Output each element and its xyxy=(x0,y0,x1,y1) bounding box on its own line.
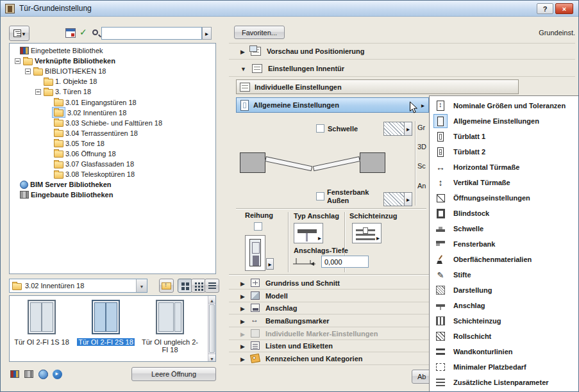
layer-inset-icon xyxy=(434,314,447,327)
bim-components-button[interactable] xyxy=(51,368,63,380)
clipped-label: Sc xyxy=(417,162,429,170)
threshold-material-arrow-button[interactable] xyxy=(405,122,412,136)
menu-item[interactable]: Stifte xyxy=(430,267,578,282)
search-go-button[interactable] xyxy=(202,27,212,40)
folder-up-button[interactable] xyxy=(159,279,174,293)
preview-section-icon xyxy=(251,47,261,56)
tree-row[interactable]: Eingebettete Bibliothek xyxy=(10,45,215,56)
green-check-icon[interactable] xyxy=(80,27,87,37)
collapse-expander-icon[interactable] xyxy=(15,58,21,64)
section-inner-door-settings[interactable]: Einstellungen Innentür xyxy=(229,60,575,77)
tree-row[interactable]: 3.07 Glasfassaden 18 xyxy=(10,159,215,169)
tree-row[interactable]: 1. Objekte 18 xyxy=(10,76,215,86)
tree-row[interactable]: 3.05 Tore 18 xyxy=(10,138,215,149)
collapse-expander-icon[interactable] xyxy=(35,89,41,95)
menu-item[interactable]: Fensterbank xyxy=(430,236,578,252)
menu-item[interactable]: Anschlag xyxy=(430,298,578,313)
thumbnail-scrollbar[interactable] xyxy=(208,296,215,361)
schwelle-label: Schwelle xyxy=(328,125,358,133)
threshold-material-button[interactable] xyxy=(383,122,405,136)
tree-row[interactable]: 3.04 Terrassentüren 18 xyxy=(10,128,215,138)
section-preview-positioning[interactable]: Vorschau und Positionierung xyxy=(229,43,575,60)
schwelle-checkbox[interactable] xyxy=(316,124,324,133)
door-leaf-1-icon xyxy=(434,130,447,143)
menu-item[interactable]: Türblatt 1 xyxy=(430,129,578,144)
embedded-library-button[interactable] xyxy=(8,368,21,380)
hatch-icon xyxy=(434,284,447,297)
mouse-cursor xyxy=(409,101,418,114)
menu-item[interactable]: Darstellung xyxy=(430,282,578,298)
fensterbank-checkbox[interactable] xyxy=(316,192,324,200)
tree-row[interactable]: 3.08 Teleskoptüren 18 xyxy=(10,169,215,179)
menu-item[interactable]: Wandkonturlinien xyxy=(430,344,578,359)
menu-item[interactable]: Zusätzliche Listenparameter xyxy=(430,375,578,390)
thumbnail-item-selected[interactable]: Tür OI 2-FI 2S 18 xyxy=(75,299,137,346)
titlebar[interactable]: Tür-Grundeinstellung xyxy=(1,1,578,17)
tree-row-selected[interactable]: 3.02 Innentüren 18 xyxy=(10,108,215,118)
thumbnail-item[interactable]: Tür OI 2-FI 1S 18 xyxy=(11,299,72,346)
schichteinzug-button[interactable] xyxy=(352,223,382,243)
tree-view-toggle-button[interactable] xyxy=(9,26,29,41)
door-elevation-arrow-button[interactable] xyxy=(266,258,274,270)
tree-row[interactable]: Verknüpfte Bibliotheken xyxy=(10,56,215,66)
menu-item[interactable]: Horizontal Türmaße xyxy=(430,159,578,175)
scroll-up-icon[interactable] xyxy=(208,296,215,304)
dimension-icon xyxy=(291,256,318,266)
close-button[interactable]: × xyxy=(555,3,573,14)
folder-dropdown[interactable]: 3.02 Innentüren 18 xyxy=(9,279,147,293)
menu-item-label: Öffnungseinstellungen xyxy=(453,194,530,202)
view-list-button[interactable] xyxy=(205,279,219,293)
view-large-icons-button[interactable] xyxy=(178,279,192,293)
menu-item-label: Horizontal Türmaße xyxy=(453,163,519,171)
menu-item-selected[interactable]: Allgemeine Einstellungen xyxy=(430,113,578,129)
linked-folder-icon xyxy=(23,58,33,65)
tree-row[interactable]: 3. Türen 18 xyxy=(10,86,215,97)
thumbnail-label: Tür OI 2-FI 1S 18 xyxy=(13,338,71,346)
settings-page-dropdown[interactable]: Allgemeine Einstellungen xyxy=(236,97,429,113)
reihung-checkbox[interactable] xyxy=(254,222,262,231)
anschlags-tiefe-input[interactable] xyxy=(321,256,369,268)
menu-item[interactable]: Minimaler Platzbedarf xyxy=(430,359,578,375)
tree-row[interactable]: BIBLIOTHEKEN 18 xyxy=(10,66,215,76)
menu-item[interactable]: Vertikal Türmaße xyxy=(430,175,578,190)
tag-section-icon xyxy=(250,354,260,363)
menu-item[interactable]: Türblatt 2 xyxy=(430,144,578,159)
menu-item[interactable]: Oberflächenmaterialien xyxy=(430,252,578,267)
anschlag-type-button[interactable] xyxy=(294,223,323,243)
scroll-down-icon[interactable] xyxy=(208,354,215,361)
individual-settings-button[interactable]: Individuelle Einstellungen xyxy=(236,79,519,94)
menu-item[interactable]: Blindstock xyxy=(430,206,578,221)
dropdown-arrow-button[interactable] xyxy=(136,279,147,292)
menu-item[interactable]: Öffnungseinstellungen xyxy=(430,190,578,206)
menu-item[interactable]: Nominale Größen und Toleranzen xyxy=(430,98,578,113)
web-library-button[interactable] xyxy=(37,368,49,380)
menu-item[interactable]: Schwelle xyxy=(430,221,578,236)
menu-item-label: Zusätzliche Listenparameter xyxy=(453,379,549,386)
menu-item-label: Allgemeine Einstellungen xyxy=(453,117,539,125)
tree-label: BIM Server Bibliotheken xyxy=(30,181,112,188)
settings-page-flyout-menu: Nominale Größen und Toleranzen Allgemein… xyxy=(429,95,579,392)
thumbnail-item[interactable]: Tür OI ungleich 2-FI 18 xyxy=(139,299,201,354)
library-card-icon[interactable] xyxy=(65,28,76,38)
tree-row[interactable]: 3.01 Eingangstüren 18 xyxy=(10,97,215,107)
tree-row[interactable]: 3.03 Schiebe- und Falttüren 18 xyxy=(10,118,215,128)
tree-label: 3.03 Schiebe- und Falttüren 18 xyxy=(65,119,162,127)
menu-item[interactable]: Rollschicht xyxy=(430,329,578,344)
door-elevation-button[interactable] xyxy=(245,235,265,271)
scrollbar-thumb[interactable] xyxy=(209,304,215,353)
tree-row[interactable]: 3.06 Öffnung 18 xyxy=(10,149,215,159)
tree-row[interactable]: Eingebaute Bibliotheken xyxy=(10,190,215,200)
search-input[interactable] xyxy=(101,27,202,40)
menu-item[interactable]: Schichteinzug xyxy=(430,313,578,329)
view-small-icons-button[interactable] xyxy=(191,279,206,293)
section-label: Modell xyxy=(265,292,288,300)
folder-icon xyxy=(54,120,63,127)
help-button[interactable]: ? xyxy=(537,3,553,14)
sill-material-arrow-button[interactable] xyxy=(405,192,412,206)
collapse-expander-icon[interactable] xyxy=(25,69,31,74)
empty-opening-button[interactable]: Leere Öffnung xyxy=(131,367,216,381)
sill-material-button[interactable] xyxy=(383,192,405,206)
tree-row[interactable]: BIM Server Bibliotheken xyxy=(10,179,215,190)
favorites-button[interactable]: Favoriten... xyxy=(234,26,285,39)
library-manager-button[interactable] xyxy=(22,368,35,380)
